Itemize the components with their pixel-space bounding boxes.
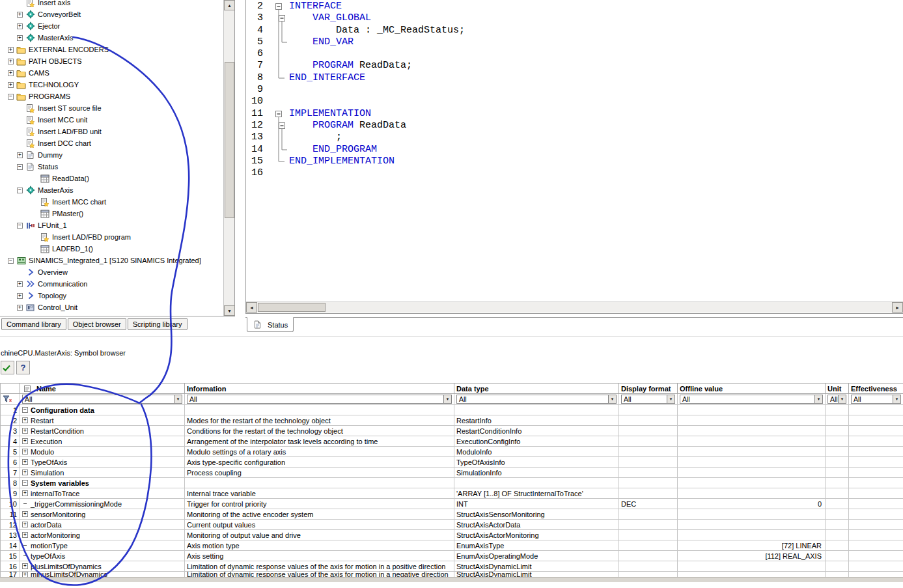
column-header-effectiveness[interactable]: Effectiveness <box>849 384 903 394</box>
row-number-cell[interactable]: 3 <box>1 426 20 436</box>
expand-icon[interactable]: + <box>22 459 28 465</box>
expand-icon[interactable]: + <box>22 532 28 538</box>
filter-dropdown-offline-value[interactable]: All▼ <box>680 395 823 404</box>
expand-icon[interactable]: + <box>17 35 23 41</box>
collapse-icon[interactable]: − <box>22 480 28 486</box>
tree-item-masteraxis[interactable]: +MasterAxis <box>0 32 223 44</box>
expand-icon[interactable]: + <box>17 12 23 18</box>
collapse-icon[interactable]: − <box>17 188 23 193</box>
chevron-down-icon[interactable]: ▼ <box>838 395 846 403</box>
tree-item-overview[interactable]: Overview <box>0 266 223 278</box>
table-row-execution[interactable]: 4+ExecutionArrangement of the interpolat… <box>1 436 903 447</box>
expand-icon[interactable]: + <box>22 522 28 527</box>
editor-horizontal-scrollbar[interactable]: ◄ ► <box>246 301 903 313</box>
table-row-restartcondition[interactable]: 3+RestartConditionConditions for the res… <box>1 426 903 436</box>
expand-icon[interactable]: + <box>22 511 28 517</box>
tree-item-masteraxis[interactable]: −MasterAxis <box>0 184 223 196</box>
tree-item-communication[interactable]: +Communication <box>0 278 223 290</box>
table-row-modulo[interactable]: 5+ModuloModulo settings of a rotary axis… <box>1 447 903 457</box>
collapse-icon[interactable]: − <box>17 164 23 170</box>
tree-item-insert-lad-fbd-unit[interactable]: Insert LAD/FBD unit <box>0 126 223 137</box>
collapse-icon[interactable]: − <box>8 94 14 100</box>
column-header-name[interactable]: Name <box>20 384 185 394</box>
table-row-triggercommissioningmode[interactable]: 10_triggerCommissioningModeTrigger for c… <box>1 499 903 509</box>
column-header-unit[interactable]: Unit <box>826 384 849 394</box>
tree-item-status[interactable]: −Status <box>0 161 223 173</box>
chevron-down-icon[interactable]: ▼ <box>608 395 616 403</box>
row-number-cell[interactable]: 7 <box>1 468 20 478</box>
tree-item-insert-axis[interactable]: Insert axis <box>0 0 223 8</box>
tree-item-topology[interactable]: +Topology <box>0 290 223 301</box>
table-row-system-variables[interactable]: 8−System variables <box>1 478 903 488</box>
help-button[interactable]: ? <box>16 361 30 374</box>
expand-icon[interactable]: + <box>22 417 28 423</box>
row-number-cell[interactable]: 4 <box>1 436 20 447</box>
scroll-right-icon[interactable]: ► <box>892 302 903 313</box>
collapse-icon[interactable]: − <box>8 258 14 264</box>
row-number-cell[interactable]: 5 <box>1 447 20 457</box>
tree-item-dummy[interactable]: +Dummy <box>0 149 223 161</box>
expand-icon[interactable]: + <box>8 70 14 76</box>
filter-icon-cell[interactable] <box>1 394 20 405</box>
table-bottom-scroll-band[interactable] <box>0 577 903 582</box>
tree-item-control-unit[interactable]: +Control_Unit <box>0 301 223 313</box>
tree-item-pmaster[interactable]: PMaster() <box>0 208 223 219</box>
tree-item-insert-lad-fbd-program[interactable]: Insert LAD/FBD program <box>0 231 223 243</box>
project-tree[interactable]: Insert axis+ConveyorBelt+Ejector+MasterA… <box>0 0 223 316</box>
expand-icon[interactable]: + <box>8 59 14 64</box>
scroll-down-icon[interactable]: ▼ <box>224 305 235 316</box>
tree-item-ladfbd-1[interactable]: LADFBD_1() <box>0 243 223 255</box>
tab-scripting-library[interactable]: Scripting library <box>128 318 188 330</box>
expand-icon[interactable]: + <box>17 293 23 299</box>
chevron-down-icon[interactable]: ▼ <box>667 395 674 403</box>
editor-scrollbar-thumb[interactable] <box>258 303 326 312</box>
corner-cell[interactable] <box>1 384 20 394</box>
collapse-icon[interactable]: − <box>17 223 23 229</box>
column-header-information[interactable]: Information <box>185 384 454 394</box>
table-row-restart[interactable]: 2+RestartModes for the restart of the te… <box>1 415 903 426</box>
tree-scrollbar-thumb[interactable] <box>225 62 234 218</box>
expand-icon[interactable]: + <box>22 469 28 475</box>
column-header-data-type[interactable]: Data type <box>454 384 619 394</box>
row-number-cell[interactable]: 8 <box>1 478 20 488</box>
chevron-down-icon[interactable]: ▼ <box>174 395 182 403</box>
tree-item-external-encoders[interactable]: +EXTERNAL ENCODERS <box>0 44 223 55</box>
row-number-cell[interactable]: 6 <box>1 457 20 468</box>
column-header-display-format[interactable]: Display format <box>619 384 678 394</box>
row-number-cell[interactable]: 1 <box>1 405 20 415</box>
tree-item-insert-dcc-chart[interactable]: Insert DCC chart <box>0 137 223 149</box>
code-folding-margin[interactable] <box>246 0 305 195</box>
table-row-internaltotrace[interactable]: 9+internalToTraceInternal trace variable… <box>1 488 903 499</box>
filter-dropdown-display-format[interactable]: All▼ <box>621 395 675 404</box>
expand-icon[interactable]: + <box>17 281 23 287</box>
filter-dropdown-unit[interactable]: All▼ <box>827 395 846 404</box>
tab-status[interactable]: Status <box>247 317 294 332</box>
table-row-typeofaxis[interactable]: 6+TypeOfAxisAxis type-specific configura… <box>1 457 903 468</box>
row-number-cell[interactable]: 10 <box>1 499 20 509</box>
table-row-motiontype[interactable]: 14motionTypeAxis motion typeEnumAxisType… <box>1 540 903 551</box>
tab-command-library[interactable]: Command library <box>1 318 66 330</box>
filter-dropdown-data-type[interactable]: All▼ <box>456 395 617 404</box>
row-number-cell[interactable]: 2 <box>1 415 20 426</box>
chevron-down-icon[interactable]: ▼ <box>814 395 822 403</box>
filter-dropdown-name[interactable]: All▼ <box>22 395 182 404</box>
tree-item-ejector[interactable]: +Ejector <box>0 20 223 32</box>
expand-icon[interactable]: + <box>8 82 14 88</box>
scroll-up-icon[interactable]: ▲ <box>224 0 235 10</box>
tab-object-browser[interactable]: Object browser <box>68 318 126 330</box>
column-header-offline-value[interactable]: Offline value <box>678 384 826 394</box>
tree-item-insert-st-source-file[interactable]: Insert ST source file <box>0 102 223 114</box>
row-number-cell[interactable]: 11 <box>1 509 20 520</box>
tree-item-insert-mcc-unit[interactable]: Insert MCC unit <box>0 114 223 126</box>
row-number-cell[interactable]: 16 <box>1 561 20 572</box>
tree-item-cams[interactable]: +CAMS <box>0 67 223 79</box>
row-number-cell[interactable]: 12 <box>1 520 20 530</box>
accept-button[interactable] <box>1 361 14 374</box>
expand-icon[interactable]: + <box>17 305 23 311</box>
table-row-sensormonitoring[interactable]: 11+sensorMonitoringMonitoring of the act… <box>1 509 903 520</box>
tree-item-path-objects[interactable]: +PATH OBJECTS <box>0 55 223 67</box>
table-row-actordata[interactable]: 12+actorDataCurrent output valuesStructA… <box>1 520 903 530</box>
table-row-actormonitoring[interactable]: 13+actorMonitoringMonitoring of output v… <box>1 530 903 540</box>
expand-icon[interactable]: + <box>22 449 28 455</box>
row-number-cell[interactable]: 13 <box>1 530 20 540</box>
